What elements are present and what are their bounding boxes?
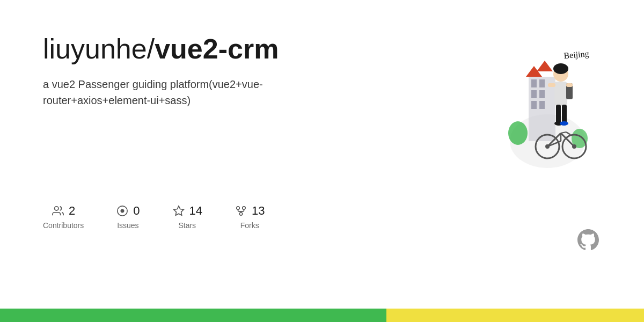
repo-image: Beijing: [494, 32, 601, 172]
github-icon: [575, 227, 601, 253]
issues-count: 0: [133, 204, 140, 218]
github-icon-container[interactable]: [575, 227, 601, 255]
svg-point-35: [121, 209, 125, 213]
contributors-icon: [52, 204, 64, 217]
svg-point-38: [237, 207, 240, 210]
stat-stars[interactable]: 14 Stars: [172, 204, 202, 230]
repo-info: liuyunhe/vue2-crm a vue2 Passenger guidi…: [43, 32, 419, 108]
svg-point-39: [243, 207, 246, 210]
svg-rect-6: [531, 101, 537, 109]
svg-rect-2: [531, 79, 537, 87]
stars-count: 14: [189, 204, 202, 218]
bottom-bar: [0, 309, 644, 322]
svg-point-10: [508, 121, 528, 145]
repo-header: liuyunhe/vue2-crm a vue2 Passenger guidi…: [43, 32, 601, 172]
repo-owner: liuyunhe/: [43, 33, 155, 64]
contributors-label: Contributors: [43, 221, 84, 230]
svg-point-33: [55, 207, 58, 210]
forks-label: Forks: [240, 221, 259, 230]
star-icon: [172, 204, 185, 217]
svg-rect-7: [539, 101, 545, 109]
issues-label: Issues: [117, 221, 138, 230]
contributors-count: 2: [69, 204, 75, 218]
stat-stars-top: 14: [172, 204, 202, 218]
forks-count: 13: [252, 204, 265, 218]
svg-rect-3: [539, 79, 545, 87]
bar-green: [0, 309, 386, 322]
svg-rect-4: [531, 90, 537, 98]
stars-label: Stars: [178, 221, 196, 230]
stat-contributors-top: 2: [52, 204, 75, 218]
stat-issues-top: 0: [116, 204, 140, 218]
svg-rect-5: [539, 90, 545, 98]
bar-yellow: [386, 309, 644, 322]
stat-forks-top: 13: [235, 204, 265, 218]
svg-rect-21: [566, 83, 573, 87]
stats-row: 2 Contributors 0 Issues: [43, 204, 601, 230]
svg-point-19: [560, 121, 568, 126]
svg-point-13: [553, 63, 568, 74]
main-container: liuyunhe/vue2-crm a vue2 Passenger guidi…: [0, 0, 644, 309]
stat-issues[interactable]: 0 Issues: [116, 204, 140, 230]
svg-text:Beijing: Beijing: [564, 49, 589, 61]
svg-rect-17: [562, 105, 567, 123]
repo-name: vue2-crm: [155, 33, 279, 64]
repo-description: a vue2 Passenger guiding platform(vue2+v…: [43, 76, 343, 108]
fork-icon: [235, 204, 247, 217]
svg-rect-16: [556, 105, 561, 123]
stat-contributors[interactable]: 2 Contributors: [43, 204, 84, 230]
issues-icon: [116, 204, 129, 217]
svg-marker-36: [173, 206, 183, 215]
repo-illustration: Beijing: [496, 34, 598, 171]
stat-forks[interactable]: 13 Forks: [235, 204, 265, 230]
svg-rect-14: [554, 82, 567, 106]
svg-point-37: [239, 213, 243, 216]
svg-marker-9: [537, 61, 553, 71]
repo-title: liuyunhe/vue2-crm: [43, 32, 419, 65]
svg-rect-20: [548, 83, 555, 87]
